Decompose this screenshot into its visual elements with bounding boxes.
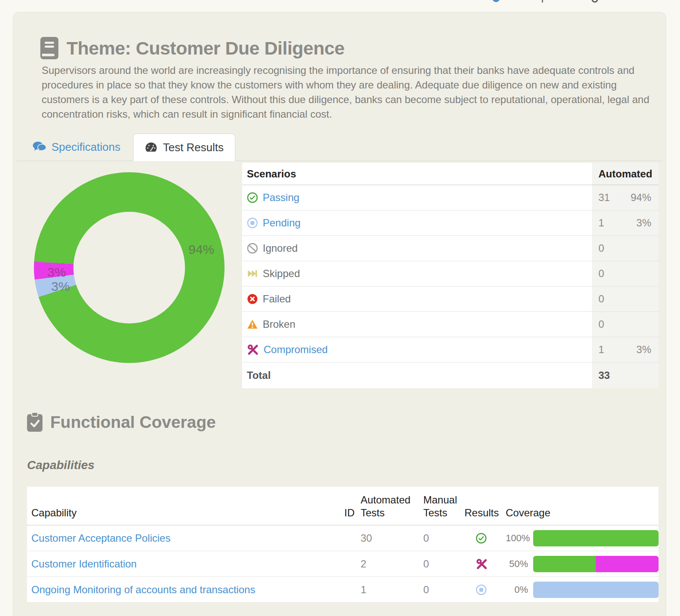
scenario-link-pending[interactable]: Pending — [263, 217, 301, 229]
navbar-fragment-divider — [542, 0, 543, 3]
tab-bar: Specifications Test Results — [17, 134, 662, 161]
tab-specifications-label: Specifications — [52, 140, 120, 154]
coverage-percent-label: 0% — [506, 584, 528, 595]
scenarios-table: Scenarios Automated Passing 31 94% — [242, 163, 659, 388]
table-row-total: Total 33 — [242, 363, 659, 388]
broken-count: 0 — [598, 318, 618, 330]
skipped-icon — [247, 268, 258, 279]
capability-header: Capability — [27, 506, 338, 525]
failed-count: 0 — [598, 293, 618, 305]
coverage-bar — [533, 556, 659, 572]
scenario-label-ignored: Ignored — [263, 242, 298, 254]
theme-card: Theme: Customer Due Diligence Supervisor… — [13, 12, 666, 616]
scenario-link-passing[interactable]: Passing — [263, 192, 299, 204]
navbar-fragment-icon — [492, 0, 500, 2]
pending-icon — [247, 217, 258, 229]
automated-header-cell: Automated — [592, 163, 659, 185]
scenarios-header: Scenarios — [242, 163, 592, 185]
compromised-percent: 3% — [636, 344, 651, 356]
table-row-skipped: Skipped 0 — [242, 261, 659, 287]
total-count: 33 — [598, 369, 618, 381]
pending-count: 1 — [598, 217, 618, 229]
table-row-broken: Broken 0 — [242, 312, 659, 337]
failed-icon — [247, 293, 258, 305]
table-row-failed: Failed 0 — [242, 287, 659, 312]
passing-count: 31 — [598, 192, 618, 204]
capabilities-table: Capability ID Automated Tests Manual Tes… — [27, 487, 659, 603]
table-row-compromised: Compromised 1 3% — [242, 337, 659, 363]
coverage-bar — [533, 582, 659, 598]
coverage-header: Coverage — [506, 506, 659, 525]
ignored-count: 0 — [598, 242, 618, 254]
coverage-bar — [533, 530, 659, 546]
donut-label-passing: 94% — [188, 242, 214, 257]
clipboard-check-icon — [26, 412, 43, 433]
scenario-label-skipped: Skipped — [263, 268, 300, 280]
scenario-label-broken: Broken — [263, 318, 295, 330]
coverage-percent-label: 50% — [506, 558, 528, 570]
navbar-fragment-text — [592, 0, 598, 3]
capability-3-automated: 1 — [355, 584, 421, 596]
automated-tests-header: Automated Tests — [355, 494, 421, 525]
pending-result-icon — [476, 584, 487, 595]
total-label: Total — [242, 363, 592, 388]
table-row-capability-1: Customer Acceptance Policies 30 0 100% — [27, 525, 659, 551]
capability-2-automated: 2 — [355, 558, 421, 570]
comments-icon — [32, 141, 47, 153]
page-title: Theme: Customer Due Diligence — [67, 38, 344, 59]
functional-coverage-heading-row: Functional Coverage — [26, 412, 216, 433]
table-row-passing: Passing 31 94% — [242, 185, 659, 210]
skipped-count: 0 — [598, 268, 618, 280]
capabilities-subheading: Capabilities — [27, 458, 94, 472]
capabilities-header-row: Capability ID Automated Tests Manual Tes… — [27, 487, 659, 525]
passing-result-icon — [476, 533, 487, 544]
compromised-icon — [247, 344, 259, 356]
manual-tests-header: Manual Tests — [421, 494, 464, 525]
gauge-icon — [145, 142, 158, 153]
functional-coverage-heading: Functional Coverage — [50, 413, 216, 432]
passing-icon — [247, 192, 258, 203]
broken-icon — [247, 319, 258, 330]
tab-test-results[interactable]: Test Results — [133, 134, 235, 161]
results-donut-chart: 94% 3% 3% — [34, 172, 225, 363]
donut-label-pending: 3% — [51, 279, 70, 294]
capability-2-manual: 0 — [421, 558, 464, 570]
compromised-count: 1 — [598, 344, 618, 356]
table-row-pending: Pending 1 3% — [242, 210, 659, 236]
coverage-percent-label: 100% — [506, 533, 528, 544]
capability-1-manual: 0 — [421, 532, 464, 544]
ignored-icon — [247, 243, 258, 254]
capability-link-ongoing-monitoring[interactable]: Ongoing Monitoring of accounts and trans… — [31, 584, 255, 595]
table-row-capability-3: Ongoing Monitoring of accounts and trans… — [27, 577, 659, 603]
pending-percent: 3% — [636, 217, 651, 229]
capability-1-automated: 30 — [355, 532, 421, 544]
table-row-capability-2: Customer Identification 2 0 50% — [27, 551, 659, 577]
tab-test-results-label: Test Results — [163, 141, 224, 154]
capability-3-manual: 0 — [421, 584, 464, 596]
theme-description: Supervisors around the world are increas… — [42, 63, 655, 122]
results-header: Results — [464, 506, 506, 525]
automated-header: Automated — [598, 168, 652, 180]
scenarios-header-row: Scenarios Automated — [242, 163, 659, 185]
scenario-label-failed: Failed — [263, 293, 291, 305]
capability-link-customer-identification[interactable]: Customer Identification — [31, 558, 137, 570]
donut-label-compromised: 3% — [47, 265, 66, 280]
id-header: ID — [338, 506, 355, 525]
table-row-ignored: Ignored 0 — [242, 236, 659, 261]
scenario-link-compromised[interactable]: Compromised — [264, 344, 328, 356]
compromised-result-icon — [476, 558, 488, 570]
passing-percent: 94% — [631, 192, 651, 204]
book-icon — [40, 37, 59, 60]
page-title-row: Theme: Customer Due Diligence — [40, 37, 344, 60]
tab-specifications[interactable]: Specifications — [25, 133, 127, 161]
capability-link-customer-acceptance-policies[interactable]: Customer Acceptance Policies — [31, 532, 170, 544]
